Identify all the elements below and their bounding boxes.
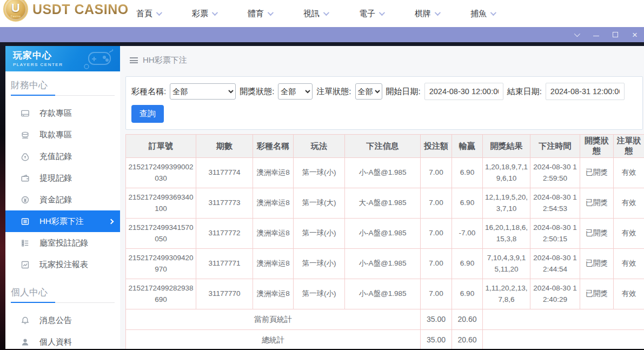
coin-subtext: Casino [4,15,27,18]
column-header: 訂單號 [126,135,196,158]
sidebar-item[interactable]: 消息公告 [5,309,120,331]
draw-status-select[interactable]: 全部 [278,83,313,100]
sidebar-item[interactable]: HH彩票下注 [5,210,120,232]
filter-panel: 彩種名稱: 全部 開獎狀態: 全部 注單狀態: 全部 開始日期: 結束日期: 查… [125,76,643,130]
table-cell: -7.00 [452,219,483,249]
query-button[interactable]: 查詢 [131,105,164,123]
chevron-down-icon [212,10,218,16]
collapse-button[interactable] [570,29,582,41]
lottery-icon [21,217,30,226]
table-cell: 12,1,19,5,20,3,7,10 [483,188,530,219]
lottery-name-label: 彩種名稱: [131,87,166,97]
coin-letter: U [4,1,27,15]
column-header: 期數 [196,135,253,158]
table-cell: 2024-08-30 12:50:15 [530,219,580,249]
app-window: 玩家中心 PLAYERS CENTER 財務中心 存款專區 [5,46,644,349]
sidebar-item[interactable]: 玩家投注報表 [5,254,120,275]
close-button[interactable]: × [629,29,641,41]
table-cell: 澳洲幸运8 [253,219,294,249]
recharge-icon [21,152,30,161]
table-cell: 16,20,1,18,6,15,3,8 [483,219,530,249]
table-cell: 31177770 [196,279,253,309]
column-header: 下注時間 [530,135,580,158]
table-cell: 2152172499399002030 [126,158,196,188]
nav-item-label: 捕魚 [470,9,487,19]
chevron-down-icon [490,10,496,16]
sidebar-section-title: 財務中心 [11,79,115,91]
sidebar-item[interactable]: 個人資料 [5,331,120,350]
room-bet-icon [21,239,30,248]
table-cell: 31177773 [196,188,253,219]
sidebar-item-label: 玩家投注報表 [39,260,88,270]
table-cell: 第一球(小) [294,249,345,279]
sidebar-item[interactable]: 取款專區 [5,124,120,146]
table-cell: 有效 [614,219,644,249]
summary-empty [483,309,644,330]
window-controls: × [570,27,641,42]
table-cell: 小-A盤@1.985 [345,158,421,188]
table-cell: 有效 [614,279,644,309]
nav-item-label: 電子 [359,9,375,19]
sidebar-item[interactable]: 廳室投註記錄 [5,232,120,254]
summary-row: 總統計35.0020.60 [126,330,644,349]
table-cell: 大-A盤@1.985 [345,188,421,219]
sidebar-item[interactable]: 存款專區 [5,102,120,124]
nav-item[interactable]: 棋牌 [415,9,439,19]
minimize-button[interactable] [590,29,602,41]
deposit-icon [21,109,30,118]
nav-item[interactable]: 體育 [248,9,272,19]
close-icon: × [632,30,638,39]
sidebar-item[interactable]: 提現記錄 [5,167,120,189]
summary-bet-total: 35.00 [421,330,452,349]
table-cell: 7.00 [421,219,452,249]
end-date-input[interactable] [546,83,625,100]
table-cell: 已開獎 [580,219,614,249]
column-header: 下注信息 [345,135,421,158]
sidebar-header: 玩家中心 PLAYERS CENTER [5,46,120,71]
table-cell: 6.90 [452,158,483,188]
window-titlebar: × [0,27,644,42]
table-cell: 第一球(大) [294,188,345,219]
sidebar-item[interactable]: 充值記錄 [5,146,120,167]
table-cell: 第一球(小) [294,279,345,309]
brand-logo[interactable]: U Casino USDT CASINO [3,0,129,22]
column-header: 投注額 [421,135,452,158]
nav-item[interactable]: 視訊 [303,9,328,19]
chevron-down-icon [156,10,162,16]
summary-label: 當前頁統計 [126,309,421,330]
chevron-down-icon [574,31,580,37]
nav-item[interactable]: 彩票 [192,9,216,19]
menu-icon[interactable] [130,57,138,63]
table-cell: 6.90 [452,249,483,279]
sidebar-menu: 存款專區 取款專區 充值記錄 提現記錄 [5,102,120,275]
page-title: HH彩票下注 [143,55,187,65]
main-content: HH彩票下注 彩種名稱: 全部 開獎狀態: 全部 注單狀態: 全部 開始日期: … [120,46,644,349]
table-cell: 2152172499309420970 [126,249,196,279]
sidebar-item-label: HH彩票下注 [39,216,84,227]
table-cell: 31177774 [196,158,253,188]
button-row: 查詢 [131,105,637,123]
summary-label: 總統計 [126,330,421,349]
sidebar-item[interactable]: 資金記錄 [5,189,120,210]
chevron-down-icon [268,10,274,16]
nav-item-label: 棋牌 [415,9,431,19]
sidebar-item-label: 消息公告 [39,315,72,326]
report-icon [21,260,30,269]
table-cell: 2024-08-30 12:44:54 [530,249,580,279]
column-header: 開獎結果 [483,135,530,158]
start-date-input[interactable] [424,83,503,100]
table-cell: 已開獎 [580,279,614,309]
order-status-select[interactable]: 全部 [355,83,382,100]
nav-item[interactable]: 捕魚 [470,9,495,19]
summary-winloss-total: 20.60 [452,330,483,349]
nav-item[interactable]: 電子 [359,9,383,19]
nav-item-label: 體育 [248,9,264,19]
maximize-button[interactable] [609,29,621,41]
table-cell: 6.90 [452,279,483,309]
summary-row: 當前頁統計35.0020.60 [126,309,644,330]
lottery-name-select[interactable]: 全部 [170,83,236,100]
summary-bet-total: 35.00 [421,309,452,330]
table-cell: 第一球(小) [294,158,345,188]
nav-item[interactable]: 首頁 [136,9,161,19]
top-navigation: U Casino USDT CASINO 首頁 彩票 體育 視訊 [0,0,644,27]
